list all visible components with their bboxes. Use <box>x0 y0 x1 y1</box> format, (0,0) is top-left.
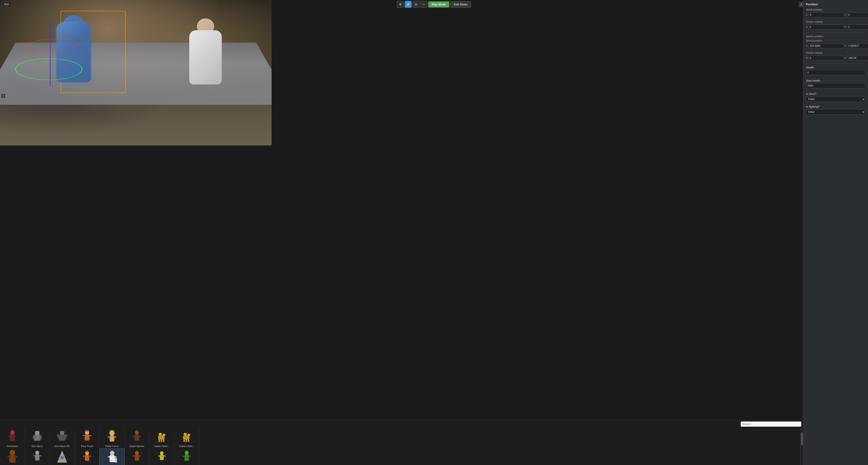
right-character <box>185 17 228 89</box>
filter-button[interactable]: filter <box>2 2 11 7</box>
right-character-body <box>189 30 222 85</box>
viewport: ▼ <box>0 0 272 145</box>
collapse-arrow-button[interactable]: ▼ <box>1 94 5 98</box>
rotation-gizmo-green[interactable] <box>15 59 82 80</box>
chevron-down-icon: ▼ <box>2 95 4 97</box>
toolbar: filter ✥ ↺ ⊞ ✂ Play Mode Edit Mode <box>0 0 272 9</box>
rotation-gizmo-blue[interactable] <box>50 22 51 87</box>
